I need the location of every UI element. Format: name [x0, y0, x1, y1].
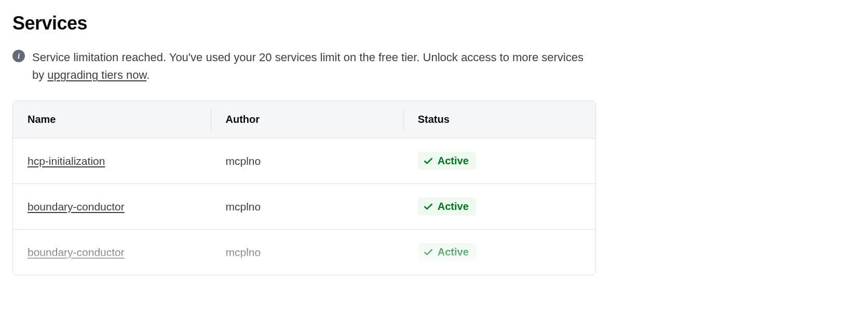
- status-label: Active: [438, 201, 469, 213]
- alert-text-after: .: [146, 68, 150, 81]
- service-author: mcplno: [211, 184, 403, 230]
- info-icon: i: [12, 50, 25, 62]
- service-name-link[interactable]: hcp-initialization: [28, 155, 105, 167]
- column-header-status: Status: [403, 101, 595, 138]
- service-name-link[interactable]: boundary-conductor: [28, 201, 125, 213]
- table-row: hcp-initialization mcplno Active: [13, 138, 595, 184]
- service-limit-alert: i Service limitation reached. You've use…: [12, 49, 586, 84]
- service-author: mcplno: [211, 230, 403, 275]
- column-header-author: Author: [211, 101, 403, 138]
- check-icon: [423, 156, 433, 166]
- page-title: Services: [12, 12, 856, 34]
- column-header-name: Name: [13, 101, 211, 138]
- check-icon: [423, 202, 433, 212]
- status-label: Active: [438, 246, 469, 258]
- table-row: boundary-conductor mcplno Active: [13, 184, 595, 230]
- service-name-link[interactable]: boundary-conductor: [28, 246, 125, 258]
- check-icon: [423, 247, 433, 258]
- alert-text: Service limitation reached. You've used …: [32, 49, 586, 84]
- table-row: boundary-conductor mcplno Active: [13, 230, 595, 275]
- services-table: Name Author Status hcp-initialization mc…: [12, 101, 596, 275]
- upgrade-link[interactable]: upgrading tiers now: [47, 68, 146, 81]
- status-label: Active: [438, 155, 469, 167]
- status-badge: Active: [418, 243, 476, 261]
- service-author: mcplno: [211, 138, 403, 184]
- status-badge: Active: [418, 197, 476, 216]
- status-badge: Active: [418, 152, 476, 170]
